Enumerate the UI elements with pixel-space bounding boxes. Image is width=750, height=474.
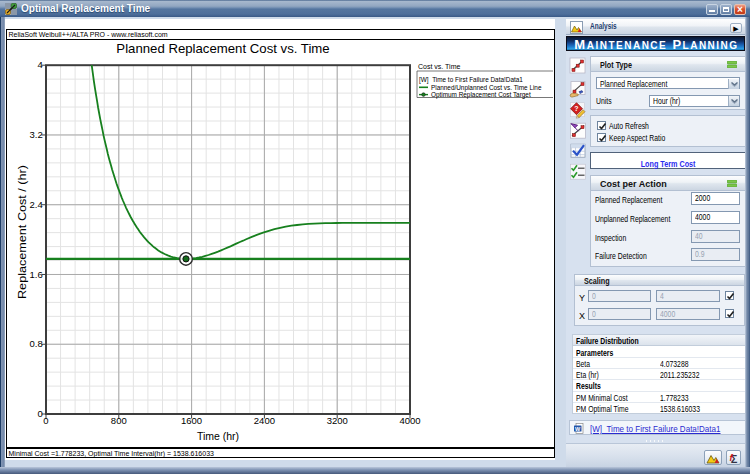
svg-text:Cost vs. Time: Cost vs. Time [418, 63, 461, 70]
svg-text:0.8: 0.8 [30, 338, 43, 349]
svg-text:1600: 1600 [181, 415, 202, 426]
svg-text:Time (hr): Time (hr) [197, 430, 239, 442]
svg-text:?: ? [574, 105, 578, 112]
svg-text:Optimum Replacement Cost Targe: Optimum Replacement Cost Target [431, 91, 531, 99]
svg-text:Replacement Cost / (hr): Replacement Cost / (hr) [16, 165, 28, 299]
svg-text:0: 0 [43, 415, 48, 426]
svg-text:0: 0 [38, 408, 43, 419]
svg-text:Planned Replacement Cost vs. T: Planned Replacement Cost vs. Time [116, 41, 329, 56]
svg-text:3.2: 3.2 [30, 129, 43, 140]
svg-text:1.6: 1.6 [30, 269, 43, 280]
svg-text:W: W [575, 426, 581, 432]
svg-text:3200: 3200 [327, 415, 348, 426]
svg-text:2400: 2400 [254, 415, 275, 426]
svg-text:4000: 4000 [399, 415, 420, 426]
svg-text:2.4: 2.4 [30, 199, 43, 210]
svg-text:4: 4 [38, 59, 43, 70]
svg-text:800: 800 [111, 415, 127, 426]
